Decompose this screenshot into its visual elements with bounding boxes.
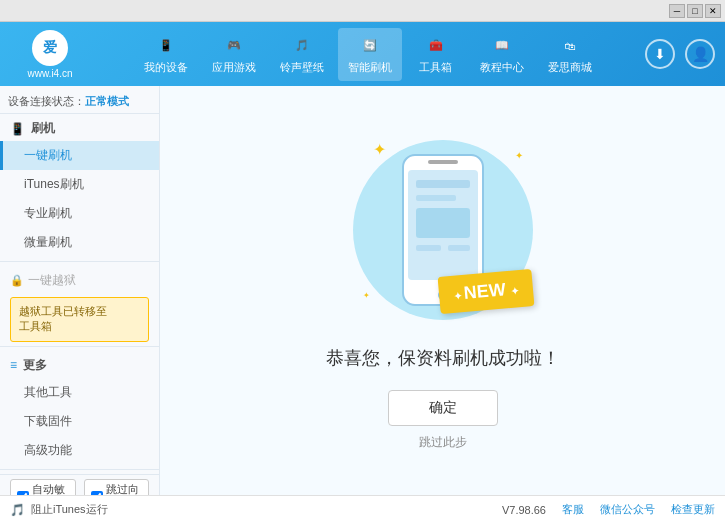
svg-rect-8 [448,245,470,251]
logo-url: www.i4.cn [27,68,72,79]
lock-icon: 🔒 [10,274,24,287]
smart-flash-icon: 🔄 [356,34,384,58]
sidebar-item-other-tools[interactable]: 其他工具 [0,378,159,407]
sidebar-item-pro-flash[interactable]: 专业刷机 [0,199,159,228]
svg-rect-3 [428,160,458,164]
skip-link[interactable]: 跳过此步 [419,434,467,451]
sparkle-1: ✦ [373,140,386,159]
close-button[interactable]: ✕ [705,4,721,18]
auto-dismiss-input[interactable] [17,491,29,495]
sidebar-section-flash: 📱 刷机 [0,114,159,141]
auto-dismiss-checkbox[interactable]: 自动敏逸 [10,479,76,495]
sidebar: 设备连接状态：正常模式 📱 刷机 一键刷机 iTunes刷机 专业刷机 微量刷机… [0,86,160,495]
main-area: 设备连接状态：正常模式 📱 刷机 一键刷机 iTunes刷机 专业刷机 微量刷机… [0,86,725,495]
check-update-link[interactable]: 检查更新 [671,502,715,517]
sidebar-item-micro-flash[interactable]: 微量刷机 [0,228,159,257]
sidebar-item-one-click-flash[interactable]: 一键刷机 [0,141,159,170]
bottom-options: 自动敏逸 跳过向导 [0,474,159,495]
svg-rect-7 [416,245,441,251]
content-area: ✦ ✦ ✦ NEW [160,86,725,495]
customer-service-link[interactable]: 客服 [562,502,584,517]
itunes-status: 🎵 阻止iTunes运行 [10,502,108,517]
nav-item-smart-flash[interactable]: 🔄 智能刷机 [338,28,402,81]
logo[interactable]: 爱 www.i4.cn [10,30,90,79]
sidebar-item-itunes-flash[interactable]: iTunes刷机 [0,170,159,199]
version-text: V7.98.66 [502,504,546,516]
nav-item-ringtone[interactable]: 🎵 铃声壁纸 [270,28,334,81]
user-button[interactable]: 👤 [685,39,715,69]
svg-rect-6 [416,208,470,238]
confirm-button[interactable]: 确定 [388,390,498,426]
more-icon: ≡ [10,358,17,372]
logo-icon: 爱 [32,30,68,66]
success-message: 恭喜您，保资料刷机成功啦！ [326,346,560,370]
sparkle-3: ✦ [363,291,370,300]
svg-rect-4 [416,180,470,188]
svg-rect-5 [416,195,456,201]
sidebar-section-more: ≡ 更多 [0,351,159,378]
divider-1 [0,261,159,262]
app-game-icon: 🎮 [220,34,248,58]
status-bar: 🎵 阻止iTunes运行 V7.98.66 客服 微信公众号 检查更新 [0,495,725,523]
new-badge: NEW [437,269,534,314]
connection-status: 设备连接状态：正常模式 [0,90,159,114]
ringtone-icon: 🎵 [288,34,316,58]
toolbox-icon: 🧰 [422,34,450,58]
sidebar-item-download-firmware[interactable]: 下载固件 [0,407,159,436]
sparkle-2: ✦ [515,150,523,161]
nav-item-my-device[interactable]: 📱 我的设备 [134,28,198,81]
wechat-link[interactable]: 微信公众号 [600,502,655,517]
my-device-icon: 📱 [152,34,180,58]
connection-mode: 正常模式 [85,95,129,107]
sidebar-section-jailbreak: 🔒 一键越狱 [0,266,159,293]
jailbreak-note: 越狱工具已转移至工具箱 [10,297,149,342]
tutorial-icon: 📖 [488,34,516,58]
skip-guide-input[interactable] [91,491,103,495]
nav-item-app-game[interactable]: 🎮 应用游戏 [202,28,266,81]
itunes-icon: 🎵 [10,503,25,517]
maximize-button[interactable]: □ [687,4,703,18]
skip-guide-checkbox[interactable]: 跳过向导 [84,479,150,495]
nav-bar: 📱 我的设备 🎮 应用游戏 🎵 铃声壁纸 🔄 智能刷机 🧰 工具箱 📖 教程中心… [90,28,645,81]
minimize-button[interactable]: ─ [669,4,685,18]
nav-right-buttons: ⬇ 👤 [645,39,715,69]
header: 爱 www.i4.cn 📱 我的设备 🎮 应用游戏 🎵 铃声壁纸 🔄 智能刷机 … [0,22,725,86]
flash-icon: 📱 [10,122,25,136]
divider-2 [0,346,159,347]
status-right: V7.98.66 客服 微信公众号 检查更新 [502,502,715,517]
title-bar: ─ □ ✕ [0,0,725,22]
nav-item-tutorial[interactable]: 📖 教程中心 [470,28,534,81]
nav-item-mall[interactable]: 🛍 爱思商城 [538,28,602,81]
nav-item-toolbox[interactable]: 🧰 工具箱 [406,28,466,81]
download-button[interactable]: ⬇ [645,39,675,69]
phone-illustration: ✦ ✦ ✦ NEW [343,130,543,330]
sidebar-item-advanced[interactable]: 高级功能 [0,436,159,465]
divider-3 [0,469,159,470]
mall-icon: 🛍 [556,34,584,58]
